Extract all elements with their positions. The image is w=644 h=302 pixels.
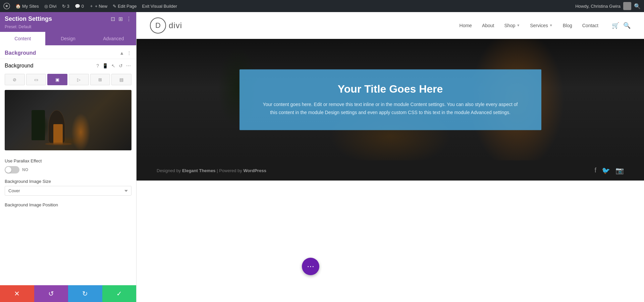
bg-type-video[interactable]: ⊞ (90, 74, 110, 85)
bg-image-size-select[interactable]: Cover Contain Stretch Tile Tile Horizont… (5, 186, 131, 196)
preset-link[interactable]: Preset: Default (5, 24, 31, 29)
nav-about[interactable]: About (482, 23, 494, 28)
elegant-themes-link[interactable]: Elegant Themes (182, 168, 216, 173)
bg-type-pattern[interactable]: ▤ (111, 74, 131, 85)
app-container: 🏠 My Sites ◎ Divi ↻ 3 💬 0 ＋ + New ✎ Edit… (0, 0, 644, 302)
more-options-icon[interactable]: ⋮ (126, 16, 131, 22)
undo-button[interactable]: ↺ (34, 285, 68, 302)
cancel-button[interactable]: ✕ (0, 285, 34, 302)
admin-bar: 🏠 My Sites ◎ Divi ↻ 3 💬 0 ＋ + New ✎ Edit… (0, 0, 644, 12)
footer-icons: f 🐦 📷 (594, 166, 624, 174)
logo-circle: D (150, 17, 166, 34)
user-greeting: Howdy, Christina Gwira (575, 4, 621, 9)
background-field-label: Background (5, 63, 33, 69)
grid-icon[interactable]: ⊞ (118, 16, 123, 22)
main-area: Section Settings ⊡ ⊞ ⋮ Preset: Default C… (0, 12, 644, 302)
parallax-label: Use Parallax Effect (5, 158, 131, 163)
nav-blog[interactable]: Blog (563, 23, 572, 28)
nav-home[interactable]: Home (460, 23, 472, 28)
background-section-title: Background (5, 50, 36, 56)
bg-pattern-icon: ▤ (119, 77, 123, 82)
logo-text: divi (169, 21, 182, 30)
edit-page-button[interactable]: ✎ Edit Page (113, 4, 137, 9)
help-icon[interactable]: ? (96, 62, 100, 69)
parallax-row: Use Parallax Effect NO (0, 154, 136, 175)
services-dropdown-icon: ▼ (549, 23, 553, 27)
sidebar-content: Background ▲ ⋮ Background ? 📱 ↖ (0, 45, 136, 302)
sidebar-panel: Section Settings ⊡ ⊞ ⋮ Preset: Default C… (0, 12, 137, 302)
new-button[interactable]: ＋ + New (89, 3, 107, 9)
bg-type-none[interactable]: ⊘ (5, 74, 25, 85)
sidebar-header-icons: ⊡ ⊞ ⋮ (111, 16, 131, 22)
mobile-icon[interactable]: 📱 (102, 62, 109, 69)
floating-action-button[interactable]: ⋯ (302, 258, 319, 275)
collapse-icon[interactable]: ▲ (119, 50, 124, 56)
redo-button[interactable]: ↻ (68, 285, 102, 302)
background-field-row: Background ? 📱 ↖ ↺ ⋯ (0, 59, 136, 72)
twitter-icon[interactable]: 🐦 (602, 166, 610, 174)
background-type-row: ⊘ ▭ ▣ ▷ ⊞ (0, 72, 136, 88)
bg-type-gradient[interactable]: ▣ (47, 74, 67, 85)
toggle-off-label: NO (22, 167, 28, 172)
cocktail-overlay (5, 90, 131, 150)
parallax-toggle[interactable] (5, 166, 19, 173)
action-bar: ✕ ↺ ↻ ✓ (0, 285, 136, 302)
search-icon[interactable]: 🔍 (634, 3, 641, 9)
updates-link[interactable]: ↻ 3 (62, 4, 69, 9)
section-more-icon[interactable]: ⋮ (127, 50, 131, 56)
sidebar-tabs: Content Design Advanced (0, 32, 136, 45)
comments-icon: 💬 (75, 4, 80, 9)
facebook-icon[interactable]: f (594, 166, 596, 174)
my-sites-link[interactable]: 🏠 My Sites (15, 4, 39, 9)
tab-advanced[interactable]: Advanced (91, 32, 136, 45)
save-button[interactable]: ✓ (102, 285, 137, 302)
new-icon: ＋ (89, 3, 94, 9)
preset-row: Preset: Default (0, 24, 136, 32)
my-sites-icon: 🏠 (15, 4, 21, 9)
site-nav-icons: 🛒 🔍 (612, 22, 631, 29)
bg-image-position-row: Background Image Position (0, 199, 136, 213)
bg-image-size-label: Background Image Size (5, 179, 131, 184)
edit-icon: ✎ (113, 4, 116, 9)
nav-search-icon[interactable]: 🔍 (623, 22, 631, 29)
divi-link[interactable]: ◎ Divi (44, 4, 57, 9)
wordpress-link[interactable]: WordPress (243, 168, 266, 173)
tab-content[interactable]: Content (0, 32, 45, 45)
toggle-knob (5, 167, 11, 173)
cursor-icon[interactable]: ↖ (111, 62, 116, 69)
resize-icon[interactable]: ⊡ (111, 16, 115, 22)
bg-gradient-icon: ▣ (55, 77, 59, 82)
tab-design[interactable]: Design (45, 32, 91, 45)
bg-image-icon: ▷ (77, 77, 80, 82)
background-image-preview[interactable] (5, 90, 131, 150)
nav-shop[interactable]: Shop ▼ (504, 23, 520, 28)
svg-point-1 (6, 5, 8, 7)
bg-type-color[interactable]: ▭ (26, 74, 46, 85)
comments-link[interactable]: 💬 0 (75, 4, 84, 9)
site-logo: D divi (150, 17, 182, 34)
hero-section[interactable]: Your Title Goes Here Your content goes h… (137, 39, 644, 160)
bg-video-icon: ⊞ (98, 77, 102, 82)
nav-contact[interactable]: Contact (582, 23, 598, 28)
hero-overlay-box: Your Title Goes Here Your content goes h… (239, 69, 541, 130)
more-field-icon[interactable]: ⋯ (125, 62, 131, 69)
bg-type-image[interactable]: ▷ (69, 74, 89, 85)
cart-icon[interactable]: 🛒 (612, 22, 619, 29)
exit-visual-builder-button[interactable]: Exit Visual Builder (142, 4, 177, 9)
site-preview: D divi Home About Shop ▼ Services ▼ Blo (137, 12, 644, 302)
instagram-icon[interactable]: 📷 (615, 166, 624, 174)
site-nav: Home About Shop ▼ Services ▼ Blog Contac… (460, 22, 631, 29)
section-header-right: ▲ ⋮ (119, 50, 131, 56)
nav-services[interactable]: Services ▼ (530, 23, 553, 28)
white-space (137, 181, 644, 302)
wp-logo[interactable] (3, 3, 10, 9)
updates-icon: ↻ (62, 4, 66, 9)
reset-icon[interactable]: ↺ (118, 62, 123, 69)
toggle-row: NO (5, 166, 131, 173)
sidebar-header: Section Settings ⊡ ⊞ ⋮ (0, 12, 136, 24)
shop-dropdown-icon: ▼ (517, 23, 520, 27)
site-header: D divi Home About Shop ▼ Services ▼ Blo (137, 12, 644, 39)
bg-none-icon: ⊘ (13, 77, 16, 82)
sidebar-title: Section Settings (5, 15, 52, 22)
bg-image-size-row: Background Image Size Cover Contain Stre… (0, 175, 136, 199)
